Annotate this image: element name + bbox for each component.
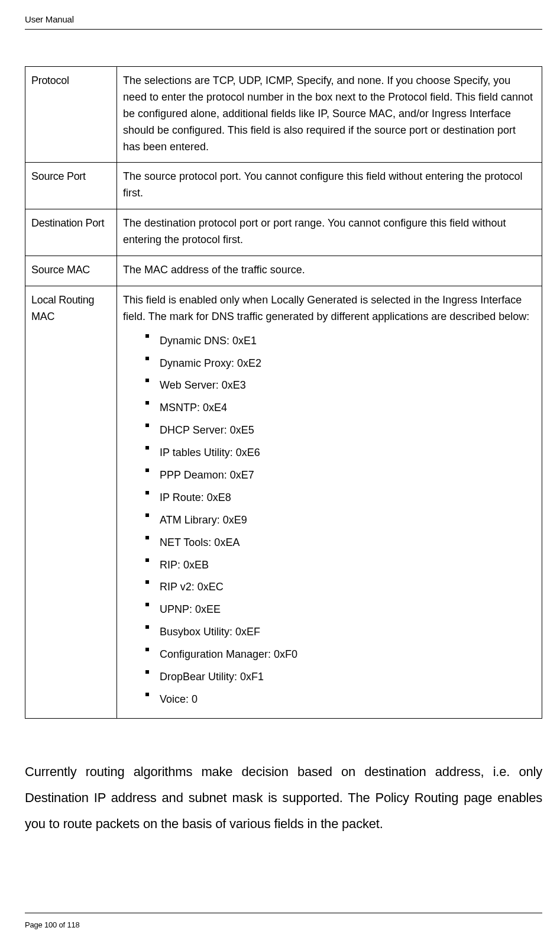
list-item: RIP: 0xEB: [123, 554, 536, 577]
list-item-text: ATM Library: 0xE9: [160, 514, 247, 526]
list-item-text: NET Tools: 0xEA: [160, 536, 239, 548]
marks-list: Dynamic DNS: 0xE1 Dynamic Proxy: 0xE2 We…: [123, 330, 536, 711]
list-item: Dynamic DNS: 0xE1: [123, 330, 536, 353]
list-item-text: IP tables Utility: 0xE6: [160, 447, 260, 458]
bullet-icon: [145, 401, 149, 405]
list-item-text: Configuration Manager: 0xF0: [160, 648, 297, 660]
field-label: Destination Port: [25, 209, 117, 256]
field-label: Protocol: [25, 67, 117, 163]
list-item-text: Busybox Utility: 0xEF: [160, 626, 260, 638]
list-item: Dynamic Proxy: 0xE2: [123, 353, 536, 375]
list-item-text: DropBear Utility: 0xF1: [160, 671, 264, 683]
bullet-icon: [145, 468, 149, 472]
list-item-text: Dynamic Proxy: 0xE2: [160, 357, 261, 369]
list-item-text: UPNP: 0xEE: [160, 603, 221, 615]
list-item: ATM Library: 0xE9: [123, 509, 536, 532]
bullet-icon: [145, 580, 149, 584]
fields-table: Protocol The selections are TCP, UDP, IC…: [25, 66, 542, 719]
page-container: User Manual Protocol The selections are …: [0, 0, 560, 947]
list-item-text: Voice: 0: [160, 693, 198, 705]
bullet-icon: [145, 603, 149, 606]
footer-page-num: 100: [44, 920, 57, 929]
field-desc: The selections are TCP, UDP, ICMP, Speci…: [117, 67, 542, 163]
list-item: Voice: 0: [123, 689, 536, 711]
field-desc: This field is enabled only when Locally …: [123, 292, 536, 325]
list-item: MSNTP: 0xE4: [123, 397, 536, 419]
footer-total: 118: [67, 920, 79, 929]
bullet-icon: [145, 357, 149, 360]
bullet-icon: [145, 625, 149, 629]
bullet-icon: [145, 424, 149, 427]
list-item-text: DHCP Server: 0xE5: [160, 424, 254, 436]
field-label: Local Routing MAC: [25, 286, 117, 718]
list-item-text: MSNTP: 0xE4: [160, 402, 227, 413]
bullet-icon: [145, 513, 149, 517]
list-item-text: PPP Deamon: 0xE7: [160, 469, 254, 481]
footer-of-label: of: [59, 920, 65, 929]
list-item: Configuration Manager: 0xF0: [123, 644, 536, 666]
list-item-text: RIP v2: 0xEC: [160, 581, 224, 593]
field-desc: The source protocol port. You cannot con…: [117, 163, 542, 209]
bullet-icon: [145, 334, 149, 338]
bullet-icon: [145, 379, 149, 382]
list-item: IP tables Utility: 0xE6: [123, 442, 536, 464]
list-item: Busybox Utility: 0xEF: [123, 621, 536, 644]
table-row: Protocol The selections are TCP, UDP, IC…: [25, 67, 542, 163]
body-paragraph: Currently routing algorithms make decisi…: [25, 759, 542, 837]
list-item-text: Web Server: 0xE3: [160, 379, 246, 391]
bullet-icon: [145, 670, 149, 674]
footer-page-label: Page: [25, 920, 43, 929]
list-item-text: Dynamic DNS: 0xE1: [160, 335, 257, 347]
header-title: User Manual: [25, 14, 74, 24]
list-item: DHCP Server: 0xE5: [123, 419, 536, 442]
list-item: NET Tools: 0xEA: [123, 532, 536, 554]
bullet-icon: [145, 693, 149, 696]
list-item: IP Route: 0xE8: [123, 487, 536, 509]
page-header: User Manual: [25, 14, 542, 30]
field-desc: The destination protocol port or port ra…: [117, 209, 542, 256]
list-item-text: RIP: 0xEB: [160, 559, 209, 571]
list-item: PPP Deamon: 0xE7: [123, 464, 536, 487]
list-item-text: IP Route: 0xE8: [160, 492, 231, 503]
table-row: Source MAC The MAC address of the traffi…: [25, 256, 542, 286]
table-row: Local Routing MAC This field is enabled …: [25, 286, 542, 718]
bullet-icon: [145, 648, 149, 651]
table-row: Source Port The source protocol port. Yo…: [25, 163, 542, 209]
bullet-icon: [145, 491, 149, 494]
page-footer: Page 100 of 118: [25, 913, 542, 929]
table-row: Destination Port The destination protoco…: [25, 209, 542, 256]
field-desc-cell: This field is enabled only when Locally …: [117, 286, 542, 718]
bullet-icon: [145, 558, 149, 562]
field-label: Source MAC: [25, 256, 117, 286]
list-item: RIP v2: 0xEC: [123, 576, 536, 599]
bullet-icon: [145, 446, 149, 450]
field-desc: The MAC address of the traffic source.: [117, 256, 542, 286]
list-item: Web Server: 0xE3: [123, 374, 536, 397]
list-item: UPNP: 0xEE: [123, 599, 536, 621]
list-item: DropBear Utility: 0xF1: [123, 666, 536, 689]
bullet-icon: [145, 536, 149, 539]
field-label: Source Port: [25, 163, 117, 209]
